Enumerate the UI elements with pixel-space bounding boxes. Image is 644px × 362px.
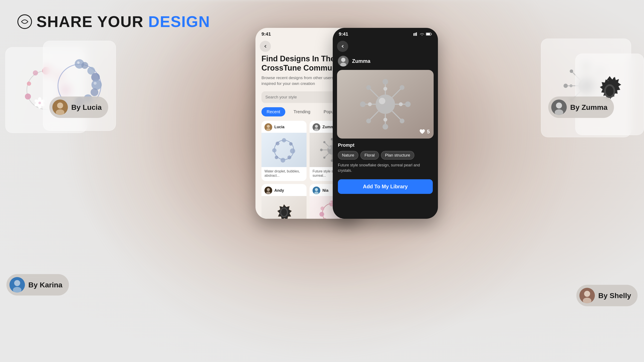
user-badge-karina: By Karina <box>6 274 69 296</box>
svg-point-82 <box>276 142 280 145</box>
phone-dark: 9:41 Zumma <box>333 28 438 219</box>
svg-point-142 <box>382 124 388 129</box>
svg-point-132 <box>379 98 385 104</box>
dc-caption-lucia: Water droplet, bubbles, abstract... <box>262 167 306 181</box>
prompt-description: Future style snowflake design, surreal p… <box>338 163 433 173</box>
dc-img-lucia <box>262 133 306 167</box>
dc-name-andy: Andy <box>274 188 284 193</box>
svg-rect-122 <box>415 33 416 36</box>
avatar-lucia <box>52 99 68 115</box>
svg-point-119 <box>320 212 324 217</box>
user-badge-lucia: By Lucia <box>49 96 108 118</box>
svg-point-109 <box>315 188 318 191</box>
status-icons-dark <box>414 32 432 36</box>
svg-point-22 <box>90 88 98 96</box>
svg-point-124 <box>422 35 422 35</box>
avatar-karina <box>10 277 25 293</box>
svg-point-72 <box>267 125 270 128</box>
user-badge-shelly: By Shelly <box>576 285 638 306</box>
status-bar-dark: 9:41 <box>333 28 438 39</box>
svg-point-148 <box>366 119 371 123</box>
svg-point-141 <box>382 79 388 84</box>
tab-recent[interactable]: Recent <box>262 107 285 116</box>
tab-trending[interactable]: Trending <box>288 107 315 116</box>
svg-point-80 <box>275 156 278 159</box>
svg-point-18 <box>81 62 88 69</box>
svg-point-149 <box>384 87 387 91</box>
svg-point-7 <box>27 81 31 86</box>
svg-point-100 <box>323 141 326 143</box>
search-input[interactable] <box>265 95 342 99</box>
svg-rect-126 <box>426 33 430 35</box>
svg-point-79 <box>280 158 285 163</box>
svg-point-62 <box>584 291 590 297</box>
svg-point-77 <box>290 148 295 154</box>
svg-line-139 <box>392 89 401 97</box>
svg-point-150 <box>384 118 387 122</box>
heart-count: 5 <box>419 129 430 135</box>
svg-point-147 <box>400 85 404 90</box>
svg-point-103 <box>323 157 326 159</box>
svg-point-143 <box>360 101 366 107</box>
back-button-dark[interactable] <box>337 41 348 52</box>
svg-point-15 <box>38 102 41 104</box>
svg-line-138 <box>392 111 401 120</box>
svg-point-118 <box>322 218 327 219</box>
dc-name-nia: Nia <box>322 188 328 193</box>
dc-avatar-nia <box>312 187 320 194</box>
username-lucia: By Lucia <box>71 103 102 111</box>
logo-icon <box>17 14 32 29</box>
svg-point-131 <box>376 95 395 114</box>
username-karina: By Karina <box>28 281 62 289</box>
dark-username: Zumma <box>352 58 370 64</box>
design-card-lucia[interactable]: Lucia <box>262 121 306 181</box>
main-jewelry-display: 5 <box>337 70 434 139</box>
svg-point-26 <box>94 82 96 85</box>
status-time-light: 9:41 <box>262 31 271 37</box>
dc-img-andy <box>262 196 306 219</box>
svg-point-76 <box>289 142 292 146</box>
svg-line-140 <box>370 111 378 120</box>
prompt-section: Prompt Nature Floral Plan structure Futu… <box>333 139 438 177</box>
prompt-tags: Nature Floral Plan structure <box>338 151 433 160</box>
svg-line-95 <box>325 153 329 157</box>
svg-line-92 <box>325 143 329 146</box>
svg-rect-127 <box>431 33 432 35</box>
tag-floral[interactable]: Floral <box>360 151 379 160</box>
jewelry-card-black-gear <box>575 54 644 135</box>
tag-nature[interactable]: Nature <box>338 151 358 160</box>
avatar-zumma <box>551 99 567 115</box>
svg-point-120 <box>320 207 324 210</box>
dark-user-row: Zumma <box>333 54 438 70</box>
add-library-button[interactable]: Add To My Library <box>338 179 433 194</box>
svg-point-47 <box>570 84 572 87</box>
svg-point-25 <box>77 61 80 64</box>
svg-point-151 <box>368 102 372 106</box>
svg-point-75 <box>282 138 286 142</box>
svg-point-56 <box>57 102 63 108</box>
svg-point-41 <box>570 69 573 73</box>
status-time-dark: 9:41 <box>339 31 348 37</box>
svg-point-78 <box>288 155 291 159</box>
title-part2: DESIGN <box>148 13 210 30</box>
svg-point-59 <box>556 102 562 108</box>
svg-point-53 <box>14 280 20 286</box>
svg-point-145 <box>366 85 371 90</box>
svg-point-105 <box>267 188 270 191</box>
svg-point-0 <box>18 15 32 28</box>
avatar-shelly <box>580 288 595 303</box>
page-title: SHARE YOUR DESIGN <box>36 13 210 30</box>
tag-plan-structure[interactable]: Plan structure <box>381 151 414 160</box>
svg-point-98 <box>320 149 323 151</box>
user-badge-zumma: By Zumma <box>548 96 614 118</box>
prompt-label: Prompt <box>338 142 433 148</box>
design-card-andy[interactable]: Andy <box>262 184 306 219</box>
svg-point-8 <box>25 93 31 99</box>
svg-marker-50 <box>606 76 613 80</box>
username-shelly: By Shelly <box>598 292 631 300</box>
back-button-light[interactable] <box>260 41 271 52</box>
svg-point-81 <box>272 148 276 152</box>
svg-point-84 <box>315 125 318 128</box>
svg-rect-121 <box>414 33 414 36</box>
svg-point-6 <box>33 70 38 75</box>
